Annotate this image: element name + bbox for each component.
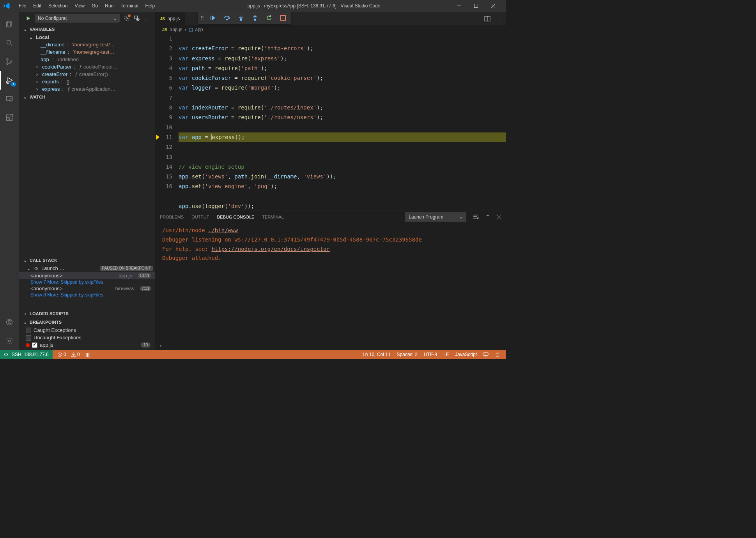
menu-go[interactable]: Go <box>89 2 101 10</box>
svg-marker-24 <box>27 16 30 21</box>
code-editor[interactable]: 12345678910111213141516 var createError … <box>155 34 506 210</box>
menu-terminal[interactable]: Terminal <box>117 2 141 10</box>
tab-bar: JS app.js ⠿ ··· <box>155 12 506 25</box>
variables-header[interactable]: ⌄ VARIABLES <box>19 25 155 34</box>
svg-rect-64 <box>483 353 488 356</box>
callstack-session[interactable]: ⌄ Launch … PAUSED ON BREAKPOINT <box>19 265 155 272</box>
source-control-icon[interactable] <box>0 52 19 71</box>
debug-console-icon[interactable] <box>134 15 140 21</box>
breakpoints-title: BREAKPOINTS <box>30 320 62 325</box>
var-express[interactable]: ›express: ƒ createApplication… <box>19 85 155 93</box>
notifications-icon[interactable] <box>495 352 500 357</box>
search-icon[interactable] <box>0 34 19 52</box>
warnings-status[interactable]: 0 <box>71 352 80 357</box>
svg-point-10 <box>11 61 12 62</box>
menu-run[interactable]: Run <box>102 2 117 10</box>
cursor-position[interactable]: Ln 10, Col 11 <box>363 352 390 357</box>
skip-frames-link-0[interactable]: Show 7 More: Skipped by skipFiles <box>19 279 155 285</box>
code-content[interactable]: var createError = require('http-errors')… <box>179 34 506 210</box>
var-cookieparser[interactable]: ›cookieParser: ƒ cookieParser… <box>19 63 155 71</box>
configure-gear-icon[interactable] <box>124 15 130 21</box>
language-status[interactable]: JavaScript <box>455 352 477 357</box>
svg-point-8 <box>7 58 8 60</box>
start-debug-icon[interactable] <box>26 16 31 21</box>
debug-config-select[interactable]: No Configurat ⌄ <box>35 14 120 23</box>
var-filename[interactable]: __filename: '/home/greg-test… <box>19 48 155 56</box>
svg-rect-17 <box>7 115 9 118</box>
svg-rect-19 <box>10 118 12 121</box>
scope-local[interactable]: ⌄ Local <box>19 34 155 41</box>
restart-button[interactable] <box>264 13 274 23</box>
drag-handle-icon[interactable]: ⠿ <box>200 15 204 21</box>
maximize-icon[interactable] <box>471 1 481 11</box>
loaded-scripts-title: LOADED SCRIPTS <box>30 311 69 316</box>
variables-title: VARIABLES <box>30 27 55 32</box>
explorer-icon[interactable] <box>0 15 19 34</box>
remote-ssh-status[interactable]: SSH: 138.91.77.6 <box>0 350 53 359</box>
bp-uncaught-exceptions[interactable]: Uncaught Exceptions <box>19 334 155 341</box>
stack-frame-1[interactable]: <anonymous> bin/www 7:11 <box>19 285 155 292</box>
debug-status-icon[interactable] <box>85 352 90 358</box>
tab-output[interactable]: OUTPUT <box>191 213 209 221</box>
svg-line-61 <box>89 353 89 354</box>
bp-file-appjs[interactable]: app.js 10 <box>19 341 155 349</box>
encoding-status[interactable]: UTF-8 <box>424 352 437 357</box>
checkbox-checked-icon[interactable] <box>32 342 37 348</box>
watch-title: WATCH <box>30 95 46 99</box>
step-into-button[interactable] <box>235 13 246 23</box>
minimize-icon[interactable] <box>454 1 464 11</box>
checkbox-icon[interactable] <box>26 335 31 340</box>
stop-button[interactable] <box>278 13 289 23</box>
eol-status[interactable]: LF <box>443 352 449 357</box>
close-panel-icon[interactable] <box>496 215 501 219</box>
var-dirname[interactable]: __dirname: '/home/greg-test/… <box>19 41 155 48</box>
console-link[interactable]: https://nodejs.org/en/docs/inspector <box>211 246 329 252</box>
breakpoints-header[interactable]: ⌄ BREAKPOINTS <box>19 318 155 326</box>
watch-header[interactable]: ⌄ WATCH <box>19 93 155 101</box>
more-actions-icon[interactable]: ··· <box>495 16 502 21</box>
callstack-header[interactable]: ⌄ CALL STACK <box>19 256 155 265</box>
var-createerror[interactable]: ›createError: ƒ createError() <box>19 71 155 78</box>
settings-gear-icon[interactable] <box>0 332 19 350</box>
more-icon[interactable]: ··· <box>144 16 150 21</box>
feedback-icon[interactable] <box>483 352 489 357</box>
callstack-title: CALL STACK <box>30 258 57 263</box>
menu-help[interactable]: Help <box>142 2 158 10</box>
bp-caught-exceptions[interactable]: Caught Exceptions <box>19 326 155 334</box>
loaded-scripts-header[interactable]: › LOADED SCRIPTS <box>19 309 155 318</box>
session-filter-select[interactable]: Launch Program ⌄ <box>405 212 466 222</box>
step-over-button[interactable] <box>221 13 232 23</box>
menu-selection[interactable]: Selection <box>45 2 71 10</box>
debug-console-output[interactable]: /usr/bin/node ./bin/www Debugger listeni… <box>155 224 506 341</box>
remote-explorer-icon[interactable] <box>0 90 19 108</box>
tab-terminal[interactable]: TERMINAL <box>262 213 284 221</box>
indentation-status[interactable]: Spaces: 2 <box>397 352 418 357</box>
console-input-prompt[interactable]: › <box>155 341 506 350</box>
skip-frames-link-1[interactable]: Show 8 More: Skipped by skipFiles <box>19 292 155 298</box>
breadcrumb[interactable]: JS app.js › ▢ app <box>155 25 506 34</box>
svg-point-9 <box>7 63 8 65</box>
extensions-icon[interactable] <box>0 108 19 127</box>
tab-debug-console[interactable]: DEBUG CONSOLE <box>217 213 254 221</box>
close-icon[interactable] <box>489 1 498 11</box>
var-app[interactable]: app: undefined <box>19 56 155 63</box>
menu-edit[interactable]: Edit <box>30 2 44 10</box>
chevron-up-icon[interactable]: ⌃ <box>485 213 490 221</box>
var-exports[interactable]: ›exports: {} <box>19 78 155 85</box>
tab-problems[interactable]: PROBLEMS <box>160 213 184 221</box>
stack-frame-0[interactable]: <anonymous> app.js 10:11 <box>19 272 155 279</box>
continue-button[interactable] <box>207 13 218 23</box>
window-title: app.js - myExpressApp [SSH: 138.91.77.6]… <box>158 3 454 9</box>
tab-appjs[interactable]: JS app.js <box>155 12 185 25</box>
accounts-icon[interactable] <box>0 313 19 332</box>
errors-status[interactable]: 0 <box>57 352 66 357</box>
clear-console-icon[interactable] <box>473 214 479 220</box>
step-out-button[interactable] <box>250 13 260 23</box>
console-link[interactable]: ./bin/www <box>208 227 238 233</box>
menu-file[interactable]: File <box>16 2 29 10</box>
split-editor-icon[interactable] <box>484 16 490 22</box>
checkbox-icon[interactable] <box>26 328 31 333</box>
menu-view[interactable]: View <box>71 2 88 10</box>
run-debug-icon[interactable]: 1 <box>0 71 19 90</box>
line-gutter: 12345678910111213141516 <box>155 34 179 210</box>
